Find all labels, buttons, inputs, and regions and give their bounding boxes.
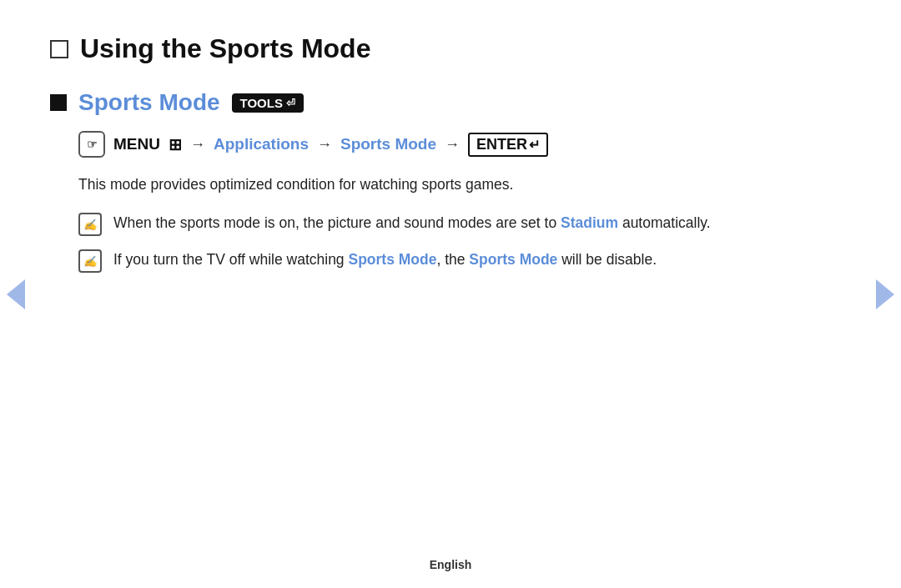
- note-item-2: ✍ If you turn the TV off while watching …: [78, 248, 834, 273]
- note-item-1: ✍ When the sports mode is on, the pictur…: [78, 211, 834, 236]
- note2-suffix: will be disable.: [557, 251, 657, 268]
- tools-badge-text: TOOLS: [240, 96, 283, 110]
- note1-suffix: automatically.: [618, 214, 711, 231]
- page-title-row: Using the Sports Mode: [50, 33, 834, 64]
- note-symbol-1: ✍: [83, 219, 97, 231]
- footer-language: English: [430, 558, 472, 571]
- menu-hand-symbol: ☞: [87, 138, 98, 151]
- menu-arrow-1: →: [190, 136, 205, 153]
- title-checkbox-icon: [50, 40, 68, 58]
- note2-prefix: If you turn the TV off while watching: [113, 251, 348, 268]
- description-text: This mode provides optimized condition f…: [78, 173, 834, 196]
- note-symbol-2: ✍: [83, 255, 97, 268]
- black-square-icon: [50, 94, 67, 111]
- menu-arrow-2: →: [317, 136, 332, 153]
- section-heading-row: Sports Mode TOOLS ⏎: [50, 89, 834, 116]
- menu-label: MENU: [113, 135, 160, 153]
- note-text-1: When the sports mode is on, the picture …: [113, 211, 711, 235]
- nav-arrow-left[interactable]: [7, 279, 25, 309]
- menu-hand-icon: ☞: [78, 131, 105, 158]
- enter-label: ENTER: [476, 136, 527, 153]
- page-container: Using the Sports Mode Sports Mode TOOLS …: [0, 0, 901, 588]
- note-text-2: If you turn the TV off while watching Sp…: [113, 248, 657, 272]
- menu-sports-mode-link: Sports Mode: [340, 135, 436, 153]
- note1-prefix: When the sports mode is on, the picture …: [113, 214, 561, 231]
- note-icon-2: ✍: [78, 249, 102, 273]
- menu-lines: ⊞: [169, 135, 182, 154]
- menu-path-row: ☞ MENU ⊞ → Applications → Sports Mode → …: [78, 131, 834, 158]
- enter-button-box: ENTER ↵: [468, 133, 548, 157]
- tools-badge: TOOLS ⏎: [232, 93, 304, 113]
- note2-highlight2: Sports Mode: [469, 251, 557, 268]
- note1-highlight: Stadium: [561, 214, 618, 231]
- nav-arrow-right[interactable]: [876, 279, 894, 309]
- enter-arrow-icon: ↵: [529, 137, 540, 153]
- menu-applications-link: Applications: [214, 135, 309, 153]
- note2-highlight1: Sports Mode: [348, 251, 436, 268]
- note-icon-1: ✍: [78, 213, 102, 236]
- note2-middle: , the: [436, 251, 469, 268]
- page-title: Using the Sports Mode: [80, 33, 370, 64]
- menu-arrow-3: →: [445, 136, 460, 153]
- tools-badge-arrow-icon: ⏎: [286, 97, 295, 109]
- section-title: Sports Mode: [78, 89, 220, 116]
